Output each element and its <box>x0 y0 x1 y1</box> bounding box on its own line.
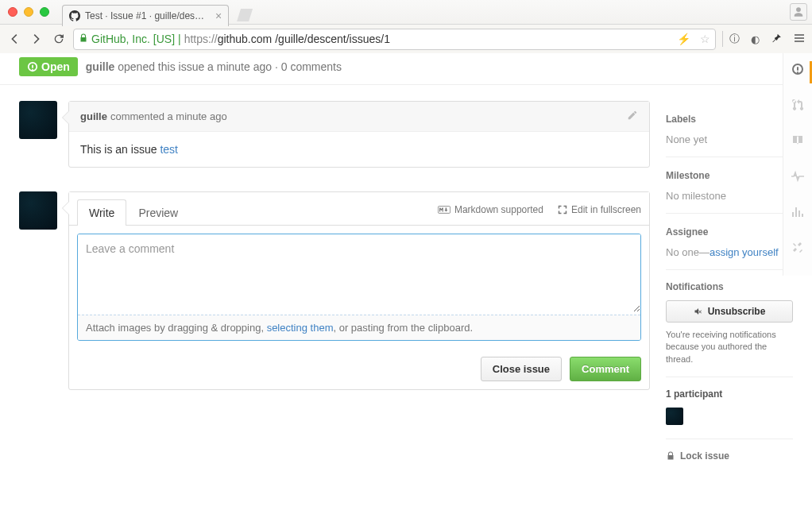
assign-yourself-link[interactable]: assign yourself <box>710 246 779 258</box>
lock-issue-link[interactable]: Lock issue <box>666 439 793 462</box>
assignee-title: Assignee <box>666 226 708 238</box>
lock-icon <box>79 33 88 46</box>
issue-open-icon <box>27 61 38 72</box>
sidebar: Labels None yet Milestone No milestone A… <box>666 101 793 462</box>
rail-pulse-icon[interactable] <box>791 170 804 185</box>
browser-chrome: Test · Issue #1 · guille/des… × GitHub, … <box>0 0 812 53</box>
rail-wiki-icon[interactable] <box>791 134 804 149</box>
comment-time: commented a minute ago <box>110 110 227 122</box>
github-icon <box>69 10 80 21</box>
window-minimize-icon[interactable] <box>24 7 33 17</box>
url-path: /guille/descent/issues/1 <box>275 33 390 45</box>
comment-textarea[interactable] <box>78 234 640 312</box>
comment-box: guille commented a minute ago This is an… <box>68 101 650 168</box>
menu-icon[interactable] <box>793 32 806 47</box>
tab-close-icon[interactable]: × <box>215 10 222 22</box>
select-files-link[interactable]: selecting them <box>267 322 334 334</box>
unsubscribe-button[interactable]: Unsubscribe <box>666 300 793 323</box>
lock-icon <box>666 450 675 462</box>
rail-pr-icon[interactable] <box>791 99 804 114</box>
back-button[interactable] <box>6 31 22 47</box>
notification-note: You're receiving notifications because y… <box>666 329 793 365</box>
url-org: GitHub, Inc. [US] <box>91 33 175 45</box>
comment-author[interactable]: guille <box>80 110 107 122</box>
mute-icon <box>694 307 703 316</box>
comment-body-link[interactable]: test <box>160 143 178 156</box>
profile-button[interactable] <box>790 3 807 21</box>
ext-pin-icon[interactable] <box>771 33 782 46</box>
reload-button[interactable] <box>51 31 67 47</box>
markdown-link[interactable]: Markdown supported <box>438 204 543 215</box>
labels-value: None yet <box>666 133 793 145</box>
comment-body-text: This is an issue <box>80 143 160 156</box>
url-proto: https:// <box>184 33 218 45</box>
icon-rail <box>783 53 812 276</box>
milestone-value: No milestone <box>666 190 793 202</box>
window-zoom-icon[interactable] <box>40 7 49 17</box>
issue-state-badge: Open <box>19 57 78 76</box>
comment-button[interactable]: Comment <box>570 357 641 381</box>
address-bar[interactable]: GitHub, Inc. [US] | https://github.com/g… <box>73 29 716 50</box>
rail-graph-icon[interactable] <box>791 206 804 221</box>
close-issue-button[interactable]: Close issue <box>481 357 562 381</box>
window-close-icon[interactable] <box>8 7 17 17</box>
tab-preview[interactable]: Preview <box>126 199 190 226</box>
person-icon <box>793 6 804 17</box>
url-host: github.com <box>218 33 272 45</box>
participants-title: 1 participant <box>666 388 793 400</box>
fullscreen-link[interactable]: Edit in fullscreen <box>558 204 641 215</box>
tab-title: Test · Issue #1 · guille/des… <box>85 10 204 21</box>
avatar[interactable] <box>19 191 57 230</box>
pencil-icon[interactable] <box>627 110 638 123</box>
labels-title: Labels <box>666 114 696 125</box>
browser-tab[interactable]: Test · Issue #1 · guille/des… × <box>62 5 229 26</box>
ext-info-icon[interactable]: ⓘ <box>729 32 740 46</box>
power-icon: ⚡ <box>677 33 690 45</box>
bookmark-star-icon[interactable]: ☆ <box>700 33 710 45</box>
issue-author[interactable]: guille <box>86 60 115 73</box>
compose-box: Write Preview Markdown supported Edit in… <box>68 191 650 390</box>
participant-avatar[interactable] <box>666 408 683 425</box>
milestone-title: Milestone <box>666 170 710 181</box>
forward-button[interactable] <box>29 31 44 47</box>
rail-settings-icon[interactable] <box>791 241 804 257</box>
new-tab-button[interactable] <box>237 9 253 21</box>
state-text: Open <box>41 60 70 73</box>
ext-circle-icon[interactable]: ◐ <box>751 33 760 45</box>
issue-header: Open guille opened this issue a minute a… <box>0 53 812 84</box>
assignee-prefix: No one— <box>666 246 710 258</box>
rail-issue-icon[interactable] <box>791 63 804 78</box>
notifications-title: Notifications <box>666 281 793 292</box>
avatar[interactable] <box>19 101 57 139</box>
attach-hint: Attach images by dragging & dropping, se… <box>78 315 640 340</box>
issue-opened-text: opened this issue a minute ago · 0 comme… <box>118 60 342 73</box>
tab-write[interactable]: Write <box>77 199 126 226</box>
markdown-icon <box>438 205 450 214</box>
fullscreen-icon <box>558 205 567 214</box>
